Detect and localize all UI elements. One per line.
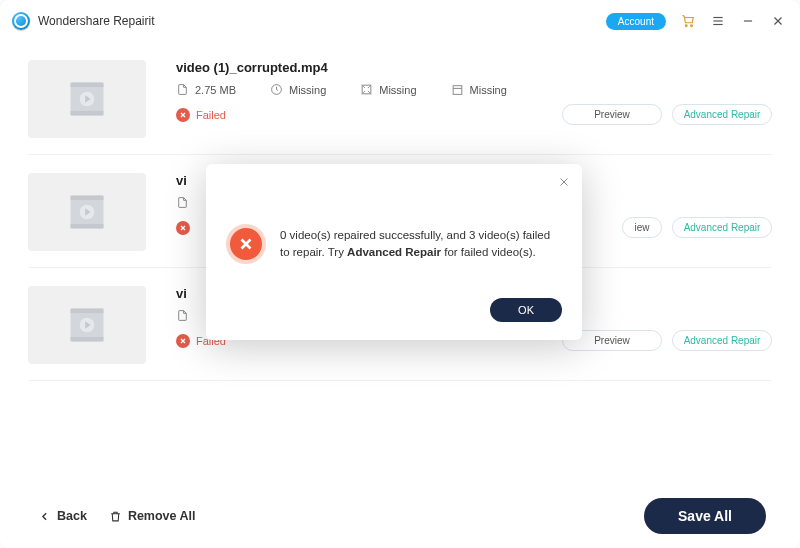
file-resolution: Missing (360, 83, 416, 96)
menu-icon[interactable] (710, 13, 726, 29)
advanced-repair-button[interactable]: Advanced Repair (672, 217, 772, 238)
dialog-message: 0 video(s) repaired successfully, and 3 … (280, 227, 562, 262)
svg-rect-16 (453, 86, 462, 95)
svg-point-1 (685, 25, 687, 27)
header-left: Wondershare Repairit (12, 12, 155, 30)
file-created: Missing (451, 83, 507, 96)
back-label: Back (57, 509, 87, 523)
file-duration: Missing (270, 83, 326, 96)
thumbnail-icon (28, 286, 146, 364)
file-size (176, 196, 195, 209)
item-actions: iew Advanced Repair (622, 217, 772, 238)
title-bar: Wondershare Repairit Account (0, 0, 800, 42)
created-label: Missing (470, 84, 507, 96)
item-actions: Preview Advanced Repair (562, 330, 772, 351)
remove-all-button[interactable]: Remove All (109, 509, 196, 523)
app-logo-icon (12, 12, 30, 30)
failed-icon (176, 108, 190, 122)
chevron-left-icon (38, 510, 51, 523)
svg-rect-31 (71, 337, 104, 342)
header-right: Account (606, 13, 786, 30)
item-meta: video (1)_corrupted.mp4 2.75 MB Missing … (176, 60, 772, 138)
remove-all-label: Remove All (128, 509, 196, 523)
preview-button[interactable]: iew (622, 217, 662, 238)
thumbnail-icon (28, 60, 146, 138)
file-size: 2.75 MB (176, 83, 236, 96)
footer-bar: Back Remove All Save All (0, 484, 800, 548)
document-icon (176, 83, 189, 96)
list-item: video (1)_corrupted.mp4 2.75 MB Missing … (28, 42, 772, 155)
failed-icon (176, 221, 190, 235)
cart-icon[interactable] (680, 13, 696, 29)
clock-icon (270, 83, 283, 96)
expand-icon (360, 83, 373, 96)
duration-label: Missing (289, 84, 326, 96)
status-label: Failed (196, 109, 226, 121)
status-badge (176, 221, 196, 235)
account-button[interactable]: Account (606, 13, 666, 30)
failed-icon (176, 334, 190, 348)
dialog-text-2: for failed video(s). (441, 246, 536, 258)
status-badge: Failed (176, 108, 226, 122)
document-icon (176, 309, 189, 322)
svg-rect-30 (71, 309, 104, 314)
info-row: 2.75 MB Missing Missing Missing (176, 83, 772, 96)
error-icon (226, 224, 266, 264)
resolution-label: Missing (379, 84, 416, 96)
ok-button[interactable]: OK (490, 298, 562, 322)
dialog-close-button[interactable] (558, 174, 570, 192)
back-button[interactable]: Back (38, 509, 87, 523)
preview-button[interactable]: Preview (562, 104, 662, 125)
size-label: 2.75 MB (195, 84, 236, 96)
app-title: Wondershare Repairit (38, 14, 155, 28)
thumbnail-icon (28, 173, 146, 251)
document-icon (176, 196, 189, 209)
close-icon[interactable] (770, 13, 786, 29)
minimize-icon[interactable] (740, 13, 756, 29)
advanced-repair-button[interactable]: Advanced Repair (672, 330, 772, 351)
status-row: Failed Preview Advanced Repair (176, 104, 772, 125)
close-icon (558, 176, 570, 188)
trash-icon (109, 510, 122, 523)
item-actions: Preview Advanced Repair (562, 104, 772, 125)
svg-rect-12 (71, 83, 104, 88)
dialog-text-bold: Advanced Repair (347, 246, 441, 258)
app-window: Wondershare Repairit Account (0, 0, 800, 548)
dialog-body: 0 video(s) repaired successfully, and 3 … (226, 224, 562, 264)
footer-left: Back Remove All (38, 509, 196, 523)
file-size (176, 309, 195, 322)
svg-point-0 (15, 15, 27, 27)
svg-point-2 (691, 25, 693, 27)
svg-rect-23 (71, 196, 104, 201)
svg-rect-13 (71, 111, 104, 116)
save-all-button[interactable]: Save All (644, 498, 766, 534)
svg-rect-24 (71, 224, 104, 229)
file-name: video (1)_corrupted.mp4 (176, 60, 772, 75)
dialog-actions: OK (226, 298, 562, 322)
calendar-icon (451, 83, 464, 96)
advanced-repair-button[interactable]: Advanced Repair (672, 104, 772, 125)
result-dialog: 0 video(s) repaired successfully, and 3 … (206, 164, 582, 340)
